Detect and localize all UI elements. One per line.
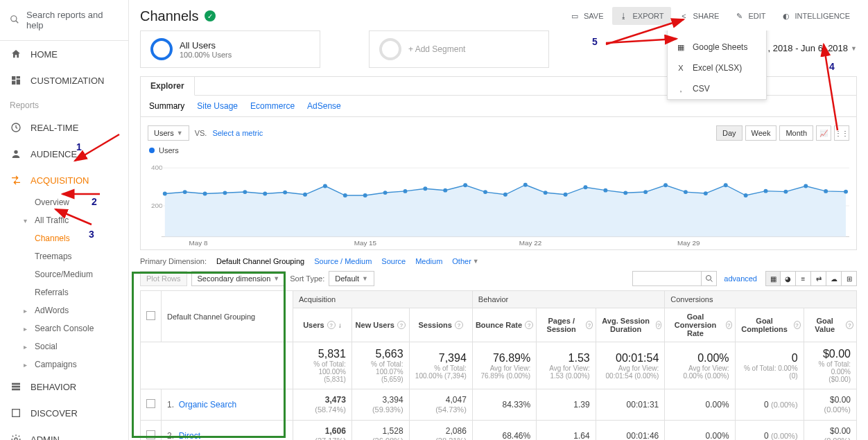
toggle-week[interactable]: Week [745,125,777,141]
col-sessions[interactable]: Sessions? [409,308,472,342]
svg-point-23 [263,192,267,196]
svg-rect-3 [17,76,20,78]
sub-channels[interactable]: Channels [24,229,128,247]
behavior-icon [10,380,22,393]
chart-type-motion[interactable]: ⋮⋮ [834,125,849,141]
chart-type-line[interactable]: 📈 [816,125,831,141]
col-dimension[interactable]: Default Channel Grouping [162,291,293,342]
sidebar-item-audience[interactable]: AUDIENCE [0,141,128,167]
sub-source-medium[interactable]: Source/Medium [24,265,128,283]
toggle-day[interactable]: Day [716,125,743,141]
sidebar-search[interactable]: Search reports and help [0,0,128,41]
svg-point-44 [684,190,688,194]
data-table: Default Channel Grouping Acquisition Beh… [140,290,857,440]
primary-dimension-row: Primary Dimension: Default Channel Group… [140,250,857,270]
col-new-users[interactable]: New Users? [351,308,409,342]
intelligence-icon: ◐ [781,11,791,21]
sub-treemaps[interactable]: Treemaps [24,247,128,265]
secondary-dimension[interactable]: Secondary dimension▼ [191,271,286,286]
view-cloud-icon[interactable]: ☁ [826,271,842,286]
svg-rect-9 [12,386,20,388]
select-all-checkbox[interactable] [146,311,155,320]
dim-other[interactable]: Other▼ [452,257,478,265]
metric-selector[interactable]: Users▼ [148,125,189,141]
export-pdf[interactable]: ⎙PDF [668,30,766,37]
view-compare-icon[interactable]: ⇄ [811,271,826,286]
view-table-icon[interactable]: ▦ [765,271,781,286]
subtab-adsense[interactable]: AdSense [307,101,341,111]
sub-social[interactable]: ▸Social [24,337,128,355]
sub-all-traffic[interactable]: ▾All Traffic [24,211,128,229]
svg-line-1 [16,20,19,23]
subtab-site-usage[interactable]: Site Usage [197,101,238,111]
save-button[interactable]: ▭SAVE [563,7,611,25]
svg-point-50 [804,184,808,188]
col-gc[interactable]: Goal Completions? [735,308,804,342]
date-range-picker[interactable]: , 2018 - Jun 6, 2018▼ [767,43,857,53]
sub-referrals[interactable]: Referrals [24,283,128,301]
view-mode-icons: ▦ ◕ ≡ ⇄ ☁ ⊞ [765,271,857,286]
table-search-input[interactable] [632,271,702,286]
svg-point-34 [483,190,487,194]
subtab-summary[interactable]: Summary [149,101,184,111]
col-bounce[interactable]: Bounce Rate? [472,308,536,342]
col-gv[interactable]: Goal Value? [804,308,856,342]
svg-rect-8 [12,383,20,385]
sidebar-item-acquisition[interactable]: ACQUISITION [0,167,128,193]
export-excel[interactable]: XExcel (XLSX) [668,58,766,78]
row-channel-link[interactable]: Direct [179,431,200,440]
svg-rect-10 [12,389,20,391]
export-sheets[interactable]: ▦Google Sheets [668,37,766,58]
row-checkbox[interactable] [146,430,155,439]
discover-icon [10,407,22,419]
svg-point-49 [783,190,788,194]
save-icon: ▭ [570,11,580,21]
row-checkbox[interactable] [146,399,155,408]
col-users[interactable]: Users?↓ [293,308,352,342]
plot-rows-button[interactable]: Plot Rows [140,271,187,286]
table-search-go[interactable] [702,271,717,286]
sub-adwords[interactable]: ▸AdWords [24,301,128,319]
row-channel-link[interactable]: Organic Search [179,400,236,410]
col-duration[interactable]: Avg. Session Duration? [596,308,665,342]
svg-text:May 8: May 8 [189,240,208,247]
svg-point-33 [463,183,467,187]
segment-all-users[interactable]: All Users 100.00% Users [140,30,320,68]
sidebar-item-realtime[interactable]: REAL-TIME [0,114,128,141]
sidebar-item-home[interactable]: HOME [0,41,128,67]
content: All Users 100.00% Users + Add Segment , … [129,30,868,440]
share-button[interactable]: <SHARE [672,7,727,25]
sub-search-console[interactable]: ▸Search Console [24,319,128,337]
export-csv[interactable]: ‚CSV [668,78,766,99]
svg-point-22 [243,190,247,194]
export-button[interactable]: ⭳EXPORT [612,7,671,25]
advanced-link[interactable]: advanced [724,274,757,283]
sort-type[interactable]: Default▼ [329,271,374,286]
select-metric-link[interactable]: Select a metric [212,129,263,137]
share-icon: < [679,11,689,21]
dim-medium[interactable]: Medium [415,257,442,265]
view-pie-icon[interactable]: ◕ [781,271,796,286]
acquisition-icon [10,174,22,186]
svg-point-19 [183,190,187,194]
tab-explorer[interactable]: Explorer [141,77,195,96]
view-bar-icon[interactable]: ≡ [796,271,811,286]
add-segment[interactable]: + Add Segment [369,30,549,68]
col-gcr[interactable]: Goal Conversion Rate? [665,308,735,342]
intelligence-button[interactable]: ◐INTELLIGENCE [774,7,857,25]
dim-source-medium[interactable]: Source / Medium [314,257,372,265]
dim-default[interactable]: Default Channel Grouping [216,257,304,265]
view-pivot-icon[interactable]: ⊞ [842,271,857,286]
edit-button[interactable]: ✎EDIT [727,7,772,25]
toggle-month[interactable]: Month [779,125,813,141]
sidebar-item-behavior[interactable]: BEHAVIOR [0,373,128,400]
sidebar-item-admin[interactable]: ADMIN [0,426,128,440]
subtab-ecommerce[interactable]: Ecommerce [250,101,295,111]
sub-campaigns[interactable]: ▸Campaigns [24,355,128,373]
sidebar-item-customization[interactable]: CUSTOMIZATION [0,67,128,94]
sidebar-item-discover[interactable]: DISCOVER [0,400,128,426]
dim-source[interactable]: Source [381,257,406,265]
sub-overview[interactable]: Overview [24,193,128,211]
user-icon [10,148,22,160]
col-pps[interactable]: Pages / Session? [537,308,596,342]
